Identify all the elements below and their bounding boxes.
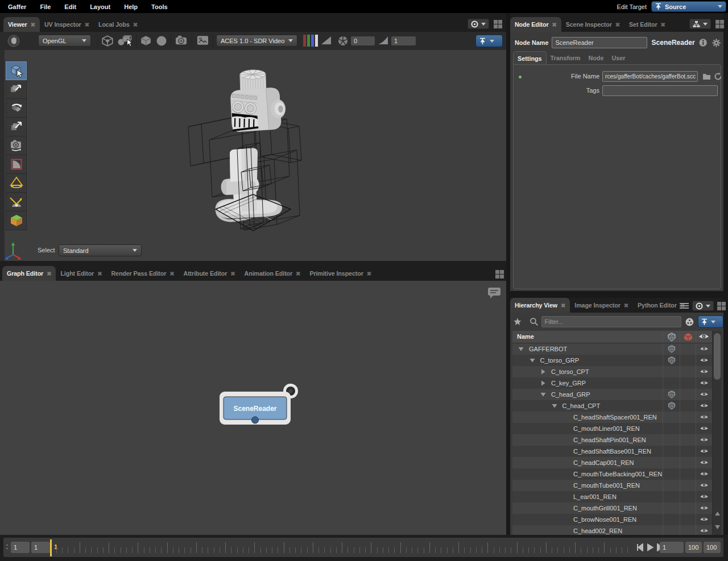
node-output-port[interactable] (252, 417, 259, 423)
layout-grid-icon[interactable] (715, 20, 724, 28)
timeline-range-start-field[interactable]: 1 (11, 542, 30, 553)
viewport-3d[interactable] (5, 50, 506, 261)
layout-grid-icon[interactable] (495, 270, 504, 279)
refresh-icon[interactable] (714, 72, 722, 81)
close-icon[interactable]: ✖ (661, 22, 665, 28)
close-icon[interactable]: ✖ (561, 302, 565, 309)
tags-field[interactable] (602, 85, 718, 96)
hierarchy-row-C_mouthGrill001_REN[interactable]: C_mouthGrill001_REN (512, 502, 712, 514)
close-icon[interactable]: ✖ (624, 302, 628, 309)
tool-select-button[interactable] (6, 61, 27, 80)
shield-cube-icon[interactable] (667, 356, 676, 365)
edit-target-dropdown[interactable]: Source (651, 1, 726, 12)
eye-icon[interactable] (700, 471, 709, 477)
hierarchy-row-C_key_GRP[interactable]: C_key_GRP (512, 377, 712, 389)
annotation-bubble-icon[interactable] (487, 286, 502, 299)
node-name-field[interactable]: SceneReader (552, 37, 647, 48)
eye-icon[interactable] (700, 402, 709, 409)
subtab-user[interactable]: User (607, 51, 629, 65)
eye-icon[interactable] (700, 482, 709, 489)
hierarchy-tab-hierarchy-view[interactable]: Hierarchy View✖ (510, 298, 570, 313)
expand-open-icon[interactable] (518, 346, 524, 352)
expand-closed-icon[interactable] (540, 380, 546, 386)
close-icon[interactable]: ✖ (47, 271, 51, 277)
scene-reader-node[interactable]: SceneReader (220, 392, 291, 425)
eye-icon[interactable] (700, 516, 709, 523)
close-icon[interactable]: ✖ (169, 271, 174, 277)
viewer-settings-button[interactable] (468, 19, 489, 29)
sphere-icon[interactable] (156, 36, 167, 46)
layout-grid-icon[interactable] (717, 302, 726, 310)
hierarchy-settings-button[interactable] (692, 301, 714, 311)
menu-gaffer[interactable]: Gaffer (1, 3, 33, 10)
hierarchy-row-C_mouthTube001_REN[interactable]: C_mouthTube001_REN (512, 480, 712, 491)
eye-icon[interactable] (700, 437, 709, 443)
eye-icon[interactable] (700, 493, 709, 500)
close-icon[interactable]: ✖ (552, 22, 556, 28)
eye-icon[interactable] (700, 527, 709, 534)
image-card-icon[interactable] (197, 35, 209, 45)
subtab-settings[interactable]: Settings (513, 51, 547, 65)
graph-tab-attribute-editor[interactable]: Attribute Editor✖ (179, 266, 240, 281)
gamma-field[interactable]: 1 (391, 36, 416, 45)
timeline-current-frame-field[interactable]: 1 (31, 542, 50, 553)
red-cube-icon[interactable] (684, 333, 693, 342)
tool-light-cone-button[interactable] (6, 174, 27, 193)
hierarchy-scrollbar[interactable] (712, 331, 721, 535)
menu-icon[interactable] (680, 302, 689, 309)
graph-tab-graph-editor[interactable]: Graph Editor✖ (2, 266, 56, 281)
menu-layout[interactable]: Layout (83, 3, 117, 10)
display-transform-dropdown[interactable]: ACES 1.0 - SDR Video (216, 35, 297, 47)
hierarchy-row-C_headShaftBase001_REN[interactable]: C_headShaftBase001_REN (512, 446, 712, 457)
menu-help[interactable]: Help (117, 3, 144, 10)
graph-tab-animation-editor[interactable]: Animation Editor✖ (240, 266, 305, 281)
playback-range-end-field[interactable]: 100 (685, 542, 702, 553)
expand-open-icon[interactable] (540, 392, 546, 397)
subtab-node[interactable]: Node (584, 51, 607, 65)
shading-cube-icon[interactable] (102, 35, 113, 47)
expansion-cube-icon[interactable] (117, 34, 134, 48)
expand-open-icon[interactable] (530, 358, 535, 363)
scrollbar-thumb[interactable] (714, 333, 721, 380)
close-icon[interactable]: ✖ (230, 271, 235, 277)
rgb-bars-icon[interactable] (303, 35, 318, 47)
close-icon[interactable]: ✖ (31, 22, 35, 28)
exposure-field[interactable]: 0 (351, 36, 375, 45)
close-icon[interactable]: ✖ (367, 271, 371, 277)
menu-edit[interactable]: Edit (57, 3, 83, 10)
tool-translate-button[interactable] (6, 80, 27, 99)
hierarchy-row-C_browNose001_REN[interactable]: C_browNose001_REN (512, 514, 712, 525)
file-name-field[interactable]: rces/gafferBot/caches/gafferBot.scc (602, 71, 698, 82)
hierarchy-row-C_torso_GRP[interactable]: C_torso_GRP (512, 355, 712, 366)
eye-icon[interactable] (700, 391, 709, 398)
viewer-tab-uv-inspector[interactable]: UV Inspector✖ (40, 17, 94, 32)
star-icon[interactable] (514, 318, 522, 326)
exposure-triangle-icon[interactable] (321, 36, 332, 45)
hierarchy-row-GAFFERBOT[interactable]: GAFFERBOT (512, 343, 712, 355)
timeline-cursor[interactable] (50, 539, 52, 556)
menu-file[interactable]: File (33, 3, 57, 10)
camera-icon[interactable] (175, 35, 187, 45)
scroll-up-icon[interactable] (714, 511, 721, 516)
playback-total-field[interactable]: 100 (704, 542, 721, 553)
close-icon[interactable]: ✖ (85, 22, 89, 28)
viewer-pin-button[interactable] (475, 35, 503, 47)
eye-icon[interactable] (700, 425, 709, 432)
eye-icon[interactable] (700, 414, 709, 421)
shield-cube-icon[interactable] (667, 344, 676, 354)
node-editor-tab-set-editor[interactable]: Set Editor✖ (624, 17, 670, 32)
tool-rotate-button[interactable] (6, 99, 27, 118)
eye-icon[interactable] (700, 368, 709, 375)
hierarchy-row-C_mouthTubeBacking001_REN[interactable]: C_mouthTubeBacking001_REN (512, 468, 712, 480)
eye-icon[interactable] (700, 357, 709, 364)
play-icon[interactable] (646, 543, 655, 552)
shield-cube-icon[interactable] (667, 332, 677, 342)
filter-input[interactable]: Filter... (541, 316, 681, 327)
hierarchy-row-C_headShaftSpacer001_REN[interactable]: C_headShaftSpacer001_REN (512, 412, 712, 423)
node-editor-mode-button[interactable] (689, 19, 711, 29)
close-icon[interactable]: ✖ (296, 271, 300, 277)
close-icon[interactable]: ✖ (97, 271, 102, 277)
menu-tools[interactable]: Tools (144, 3, 175, 10)
close-icon[interactable]: ✖ (133, 22, 138, 28)
eye-icon[interactable] (700, 505, 709, 512)
